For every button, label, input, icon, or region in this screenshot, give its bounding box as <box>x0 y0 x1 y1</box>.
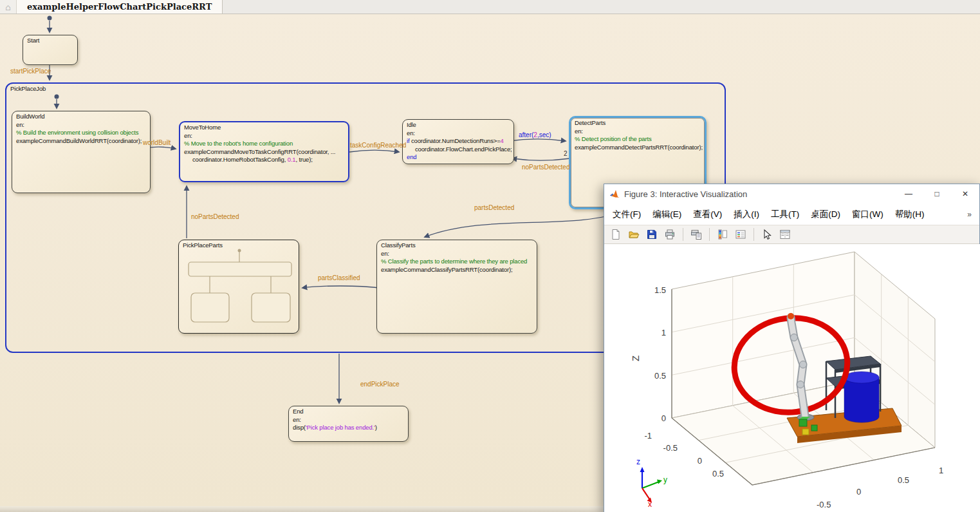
state-start[interactable]: Start <box>23 35 78 65</box>
z-tick-label: 1.5 <box>643 285 666 295</box>
menu-edit[interactable]: 编辑(E) <box>647 209 687 220</box>
y-tick-label: -1 <box>629 431 652 441</box>
triad-z-label: z <box>636 457 640 466</box>
state-buildworld[interactable]: BuildWorld en: % Build the environment u… <box>12 111 151 193</box>
y-tick-label: 0.5 <box>701 469 724 479</box>
state-name: PickPlaceJob <box>10 85 721 93</box>
state-entry-label: en: <box>184 132 344 140</box>
state-code: exampleCommandMoveToTaskConfigRRT(coordi… <box>184 148 344 156</box>
editor-bottom-edge <box>0 506 604 512</box>
new-figure-icon[interactable] <box>608 227 624 242</box>
matlab-logo-icon <box>609 189 620 199</box>
chart-tab-title: exampleHelperFlowChartPickPlaceRRT <box>27 2 212 12</box>
close-button[interactable]: ✕ <box>951 184 979 204</box>
transition-label-taskconfigreached[interactable]: taskConfigReached <box>350 142 406 149</box>
menu-file[interactable]: 文件(F) <box>607 209 647 220</box>
y-tick-label: 0 <box>679 456 702 466</box>
state-idle[interactable]: Idle en: if coordinator.NumDetectionRuns… <box>402 119 514 164</box>
state-entry-label: en: <box>381 250 533 258</box>
blue-cylinder <box>844 372 879 422</box>
state-code: exampleCommandBuildWorldRRT(coordinator)… <box>16 137 146 146</box>
state-comment: % Move to the robot's home configuration <box>184 140 344 148</box>
state-pickplaceparts[interactable]: PickPlaceParts <box>178 240 299 334</box>
transition-label-partsclassified[interactable]: partsClassified <box>318 274 360 281</box>
transition-label-startpickplace[interactable]: startPickPlace <box>10 68 51 75</box>
triad-x-label: x <box>648 500 652 509</box>
state-code: coordinator.HomeRobotTaskConfig, 0.1, tr… <box>184 156 344 164</box>
state-code: coordinator.FlowChart.endPickPlace; <box>407 146 510 154</box>
state-name: ClassifyParts <box>381 242 533 250</box>
menu-desktop[interactable]: 桌面(D) <box>805 209 846 220</box>
toolbar-separator <box>753 228 754 241</box>
editor-tab-bar: ⌂ exampleHelperFlowChartPickPlaceRRT <box>0 0 980 14</box>
state-name: MoveToHome <box>184 124 344 132</box>
open-file-icon[interactable] <box>626 227 642 242</box>
menu-help[interactable]: 帮助(H) <box>889 209 930 220</box>
figure-window[interactable]: Figure 3: Interactive Visualization — □ … <box>604 184 980 512</box>
state-classifyparts[interactable]: ClassifyParts en: % Classify the parts t… <box>376 240 537 334</box>
state-name: DetectParts <box>575 119 701 128</box>
transition-label-partsdetected[interactable]: partsDetected <box>474 204 514 211</box>
state-comment: % Classify the parts to determine where … <box>381 258 533 266</box>
state-entry-label: en: <box>407 129 510 138</box>
state-name: End <box>293 408 404 416</box>
print-preview-icon[interactable] <box>689 227 704 242</box>
z-tick-label: 0.5 <box>643 371 666 381</box>
state-code: end <box>407 153 510 162</box>
insert-colorbar-icon[interactable] <box>715 227 730 242</box>
triad-y-label: y <box>663 475 667 484</box>
z-tick-label: 0 <box>643 413 666 423</box>
x-tick-label: 0 <box>856 487 861 497</box>
state-entry-label: en: <box>575 128 701 136</box>
y-tick-label: -0.5 <box>654 443 678 453</box>
transition-label-nopartsdetected-left[interactable]: noPartsDetected <box>191 213 239 220</box>
print-figure-icon[interactable] <box>662 227 678 242</box>
insert-legend-icon[interactable] <box>733 227 748 242</box>
state-name: BuildWorld <box>16 113 146 121</box>
save-figure-icon[interactable] <box>644 227 660 242</box>
state-name: Idle <box>407 121 510 129</box>
figure-toolbar <box>604 225 979 244</box>
home-button[interactable]: ⌂ <box>0 0 17 14</box>
transition-label-after[interactable]: after(2,sec) <box>519 131 551 138</box>
transition-label-nopartsdetected-right[interactable]: noPartsDetected <box>522 164 570 171</box>
transition-label-worldbuilt[interactable]: worldBuilt <box>143 139 171 146</box>
state-comment: % Build the environment using collision … <box>16 129 146 137</box>
figure-titlebar[interactable]: Figure 3: Interactive Visualization — □ … <box>604 184 979 204</box>
z-tick-label: 1 <box>643 328 666 337</box>
minimize-button[interactable]: — <box>894 184 923 204</box>
state-entry-label: en: <box>293 416 404 424</box>
x-tick-label: -0.5 <box>817 500 831 509</box>
state-code: if coordinator.NumDetectionRuns>=4 <box>407 137 510 146</box>
home-icon: ⌂ <box>5 2 10 12</box>
x-tick-label: 0.5 <box>898 475 909 485</box>
property-inspector-icon[interactable] <box>777 227 793 242</box>
transition-label-endpickplace[interactable]: endPickPlace <box>360 381 400 388</box>
x-tick-label: 1 <box>939 466 943 475</box>
menu-insert[interactable]: 插入(I) <box>728 209 765 220</box>
figure-menubar: 文件(F) 编辑(E) 查看(V) 插入(I) 工具(T) 桌面(D) 窗口(W… <box>604 204 979 225</box>
state-code: exampleCommandDetectPartsRRT(coordinator… <box>575 144 701 152</box>
toolbar-separator <box>683 228 683 241</box>
state-entry-label: en: <box>16 121 146 129</box>
orientation-triad <box>640 467 663 503</box>
maximize-button[interactable]: □ <box>923 184 951 204</box>
menu-tools[interactable]: 工具(T) <box>765 209 805 220</box>
figure-title: Figure 3: Interactive Visualization <box>624 189 894 199</box>
state-code: disp('Pick place job has ended.') <box>293 424 404 432</box>
menu-window[interactable]: 窗口(W) <box>846 209 889 220</box>
z-axis-label: Z <box>630 356 641 361</box>
state-end[interactable]: End en: disp('Pick place job has ended.'… <box>288 406 409 442</box>
state-movetohome[interactable]: MoveToHome en: % Move to the robot's hom… <box>179 121 349 182</box>
toolbar-separator <box>709 228 710 241</box>
menu-overflow-chevron[interactable]: » <box>967 210 977 219</box>
state-code: exampleCommandClassifyPartsRRT(coordinat… <box>381 266 533 274</box>
edit-plot-icon[interactable] <box>759 227 775 242</box>
subchart-preview <box>179 248 299 332</box>
chart-tab[interactable]: exampleHelperFlowChartPickPlaceRRT <box>17 0 223 14</box>
state-name: Start <box>27 37 73 45</box>
menu-view[interactable]: 查看(V) <box>687 209 728 220</box>
transition-priority-badge: 2 <box>564 150 568 157</box>
state-comment: % Detect position of the parts <box>575 135 701 144</box>
